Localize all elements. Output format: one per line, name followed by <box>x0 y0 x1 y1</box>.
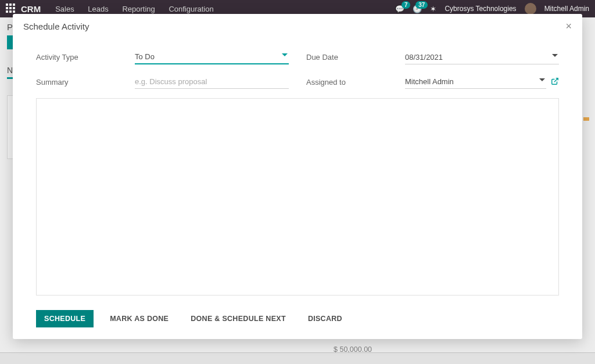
chevron-down-icon[interactable] <box>282 53 288 56</box>
summary-input[interactable] <box>135 75 289 89</box>
assigned-to-input[interactable] <box>405 75 546 89</box>
done-schedule-next-button[interactable]: DONE & SCHEDULE NEXT <box>185 310 292 327</box>
external-link-icon[interactable] <box>551 77 559 87</box>
svg-line-0 <box>554 78 558 81</box>
label-summary: Summary <box>36 78 117 87</box>
chevron-down-icon[interactable] <box>552 54 558 57</box>
label-activity-type: Activity Type <box>36 53 117 62</box>
note-textarea[interactable] <box>36 98 559 295</box>
discard-button[interactable]: DISCARD <box>302 310 348 327</box>
label-due-date: Due Date <box>306 53 388 62</box>
label-assigned-to: Assigned to <box>306 78 388 87</box>
mark-as-done-button[interactable]: MARK AS DONE <box>104 310 174 327</box>
summary-field-wrap <box>135 75 289 89</box>
modal-title: Schedule Activity <box>23 21 89 31</box>
assigned-to-field-wrap <box>405 75 546 89</box>
modal-header: Schedule Activity × <box>13 14 582 38</box>
due-date-field-wrap <box>405 51 559 64</box>
modal-backdrop: Schedule Activity × Activity Type Due Da… <box>0 0 595 364</box>
chevron-down-icon[interactable] <box>539 78 545 81</box>
close-icon[interactable]: × <box>565 21 572 31</box>
activity-type-input[interactable] <box>135 50 289 64</box>
modal-body: Activity Type Due Date Summary Assigned … <box>13 38 582 302</box>
activity-type-field-wrap <box>135 50 289 64</box>
due-date-input[interactable] <box>405 51 559 64</box>
schedule-activity-modal: Schedule Activity × Activity Type Due Da… <box>13 14 582 339</box>
schedule-button[interactable]: SCHEDULE <box>36 310 94 327</box>
modal-footer: SCHEDULE MARK AS DONE DONE & SCHEDULE NE… <box>13 302 582 339</box>
